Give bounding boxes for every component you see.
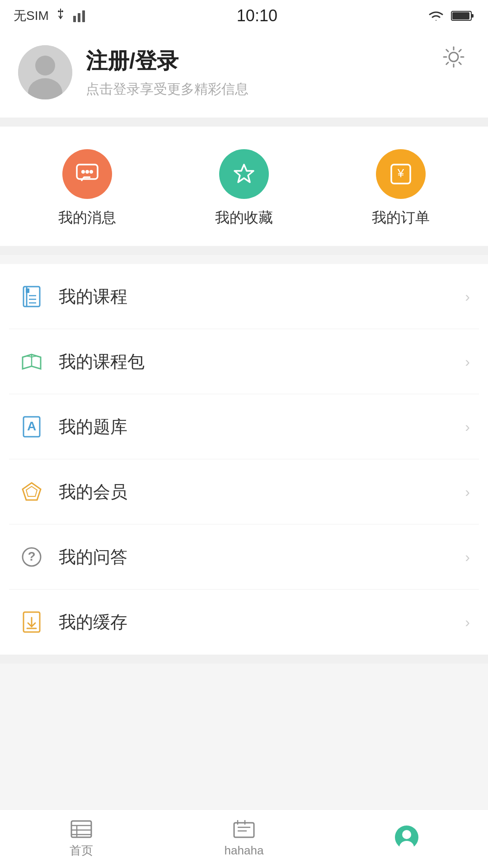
messages-icon-bg xyxy=(62,149,112,199)
svg-text:?: ? xyxy=(28,549,35,563)
nav-item-profile[interactable] xyxy=(325,820,488,858)
profile-title: 注册/登录 xyxy=(86,47,470,75)
questions-icon: A xyxy=(18,413,45,440)
menu-section: 我的课程 › 我的课程包 › A xyxy=(0,264,488,655)
cache-icon xyxy=(18,609,45,636)
battery-icon xyxy=(451,9,474,22)
status-bar: 无SIM 10:10 xyxy=(0,0,488,32)
svg-point-44 xyxy=(402,830,411,839)
svg-rect-5 xyxy=(452,12,469,19)
profile-section: 注册/登录 点击登录享受更多精彩信息 xyxy=(0,32,488,118)
quick-actions: 我的消息 我的收藏 ¥ 我的订单 xyxy=(0,127,488,246)
gear-icon xyxy=(442,45,465,69)
svg-point-11 xyxy=(85,170,89,174)
svg-rect-0 xyxy=(73,16,76,22)
membership-icon xyxy=(18,478,45,505)
menu-item-qa[interactable]: ? 我的问答 › xyxy=(0,524,488,590)
home-nav-icon xyxy=(70,819,93,839)
quick-action-favorites[interactable]: 我的收藏 xyxy=(215,149,273,228)
messages-icon xyxy=(74,161,100,187)
wifi-icon xyxy=(427,9,445,23)
packages-icon xyxy=(18,348,45,375)
chevron-right-cache: › xyxy=(465,614,470,631)
bottom-nav: 首页 hahaha xyxy=(0,809,488,868)
svg-rect-2 xyxy=(82,10,85,22)
avatar xyxy=(18,45,72,99)
svg-point-7 xyxy=(35,56,55,75)
messages-label: 我的消息 xyxy=(58,208,116,228)
courses-icon xyxy=(18,283,45,310)
carrier-text: 无SIM xyxy=(14,7,49,24)
qa-label: 我的问答 xyxy=(59,546,451,569)
chevron-right-questions: › xyxy=(465,419,470,435)
packages-label: 我的课程包 xyxy=(59,350,451,373)
avatar-image xyxy=(18,45,72,99)
usb-icon xyxy=(55,8,66,24)
status-right xyxy=(427,9,474,23)
divider-1 xyxy=(0,118,488,127)
quick-action-orders[interactable]: ¥ 我的订单 xyxy=(372,149,430,228)
hahaha-nav-icon xyxy=(232,820,256,840)
orders-label: 我的订单 xyxy=(372,208,430,228)
orders-icon-bg: ¥ xyxy=(376,149,426,199)
questions-label: 我的题库 xyxy=(59,415,451,439)
hahaha-nav-label: hahaha xyxy=(225,844,264,858)
svg-point-12 xyxy=(89,170,93,174)
profile-subtitle: 点击登录享受更多精彩信息 xyxy=(86,80,470,99)
svg-rect-4 xyxy=(471,14,474,18)
svg-marker-25 xyxy=(23,483,41,500)
chevron-right-packages: › xyxy=(465,354,470,370)
status-left: 无SIM xyxy=(14,7,87,24)
status-time: 10:10 xyxy=(237,6,277,25)
signal-icon xyxy=(72,9,87,23)
favorites-icon xyxy=(231,161,257,187)
svg-rect-37 xyxy=(234,823,254,837)
courses-label: 我的课程 xyxy=(59,285,451,308)
qa-icon: ? xyxy=(18,543,45,571)
svg-rect-1 xyxy=(78,13,80,22)
svg-rect-18 xyxy=(26,288,29,293)
chevron-right-courses: › xyxy=(465,288,470,305)
chevron-right-membership: › xyxy=(465,484,470,500)
nav-item-home[interactable]: 首页 xyxy=(0,815,163,863)
svg-marker-13 xyxy=(235,165,253,182)
nav-item-hahaha[interactable]: hahaha xyxy=(163,816,325,862)
menu-item-questions[interactable]: A 我的题库 › xyxy=(0,394,488,459)
menu-item-cache[interactable]: 我的缓存 › xyxy=(0,590,488,655)
main-content: 注册/登录 点击登录享受更多精彩信息 我的消息 xyxy=(0,32,488,868)
svg-marker-26 xyxy=(26,486,37,496)
favorites-label: 我的收藏 xyxy=(215,208,273,228)
chevron-right-qa: › xyxy=(465,549,470,566)
menu-item-courses[interactable]: 我的课程 › xyxy=(0,264,488,329)
divider-2 xyxy=(0,246,488,255)
svg-text:¥: ¥ xyxy=(397,166,404,180)
menu-item-packages[interactable]: 我的课程包 › xyxy=(0,329,488,394)
favorites-icon-bg xyxy=(219,149,269,199)
cache-label: 我的缓存 xyxy=(59,611,451,634)
profile-info: 注册/登录 点击登录享受更多精彩信息 xyxy=(86,47,470,99)
menu-item-membership[interactable]: 我的会员 › xyxy=(0,459,488,524)
settings-button[interactable] xyxy=(437,41,470,73)
svg-text:A: A xyxy=(27,419,36,433)
profile-nav-icon xyxy=(394,825,419,850)
orders-icon: ¥ xyxy=(388,161,414,187)
home-nav-label: 首页 xyxy=(70,843,93,859)
svg-point-10 xyxy=(81,170,85,174)
divider-3 xyxy=(0,655,488,664)
membership-label: 我的会员 xyxy=(59,481,451,504)
quick-action-messages[interactable]: 我的消息 xyxy=(58,149,116,228)
